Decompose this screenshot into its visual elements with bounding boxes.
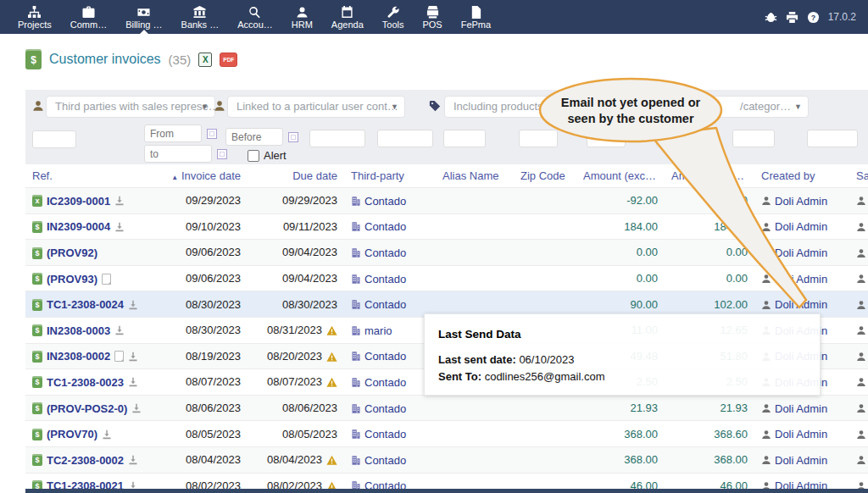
invoice-ref-link[interactable]: TC1-2308-0023 xyxy=(47,376,124,389)
filter-alias-input[interactable] xyxy=(377,130,433,147)
created-by-link[interactable]: Doli Admin xyxy=(775,298,827,311)
nav-item-accountancy[interactable]: Accou… xyxy=(228,0,282,34)
invoice-ref-link[interactable]: TC2-2308-0002 xyxy=(47,454,124,467)
invoice-ref-link[interactable]: IN2308-0003 xyxy=(47,324,110,337)
third-party-link[interactable]: Contado xyxy=(364,376,406,389)
column-header-zip[interactable]: Zip Code xyxy=(514,164,576,188)
invoice-ref-link[interactable]: (PROV70) xyxy=(47,428,97,440)
calendar-icon[interactable] xyxy=(217,149,227,159)
created-by-link[interactable]: Doli Admin xyxy=(775,273,827,285)
third-party-link[interactable]: Contado xyxy=(364,454,406,467)
nav-item-pos[interactable]: POS xyxy=(413,0,451,34)
note-icon[interactable] xyxy=(114,351,124,362)
print-icon[interactable] xyxy=(786,11,798,24)
due-date: 08/06/2023 xyxy=(282,402,337,414)
download-icon[interactable] xyxy=(102,429,112,440)
invoice-row[interactable]: $(PROV-POS2-0)08/06/202308/06/2023Contad… xyxy=(25,395,868,421)
products-filter-select[interactable]: Including products/ser… xyxy=(444,96,614,118)
third-party-filter-select[interactable]: Third parties with sales represe…▼ xyxy=(46,96,215,118)
filter-ref-input[interactable] xyxy=(32,130,76,148)
filter-amount-excl-input[interactable] xyxy=(519,130,558,147)
third-party-link[interactable]: Contado xyxy=(364,273,406,285)
invoice-ref-link[interactable]: IC2309-0001 xyxy=(47,195,110,208)
download-icon[interactable] xyxy=(114,222,125,232)
note-icon[interactable] xyxy=(102,274,111,285)
download-icon[interactable] xyxy=(128,377,138,387)
invoice-ref-link[interactable]: TC1-2308-0024 xyxy=(47,298,124,311)
cell-sales_rep: demo xyxy=(849,213,868,240)
nav-item-fepma[interactable]: FePma xyxy=(452,0,500,34)
created-by-link[interactable]: Doli Admin xyxy=(775,195,827,208)
pos-icon xyxy=(426,6,439,19)
column-header-third_party[interactable]: Third-party xyxy=(344,164,436,188)
filter-third-party-input[interactable] xyxy=(309,130,365,147)
invoice-row[interactable]: $(PROV70)08/05/202308/05/2023Contado368.… xyxy=(25,421,868,447)
third-party-link[interactable]: Contado xyxy=(364,402,406,415)
column-header-sales_rep[interactable]: Sales repres… xyxy=(849,164,868,188)
download-icon[interactable] xyxy=(114,325,125,335)
invoice-row[interactable]: $(PROV92)09/06/202309/04/2023Contado0.00… xyxy=(25,240,868,266)
filter-sales-rep-input[interactable] xyxy=(732,130,775,147)
third-party-link[interactable]: Contado xyxy=(364,246,406,259)
column-header-alias[interactable]: Alias Name xyxy=(436,164,514,188)
nav-item-commerce[interactable]: Comm… xyxy=(61,0,116,34)
invoice-row[interactable]: $TC2-2308-000208/04/202308/04/2023Contad… xyxy=(25,446,868,473)
export-pdf-icon[interactable]: PDF xyxy=(220,53,237,67)
filter-date-before-input[interactable] xyxy=(225,128,283,146)
calendar-icon[interactable] xyxy=(207,129,217,139)
nav-item-hrm[interactable]: HRM xyxy=(282,0,322,34)
invoice-ref-link[interactable]: (PROV93) xyxy=(47,273,97,285)
created-by-link[interactable]: Doli Admin xyxy=(775,428,827,440)
nav-item-projects[interactable]: Projects xyxy=(8,0,61,34)
category-filter-select[interactable]: /categor…▼ xyxy=(670,96,809,118)
export-excel-icon[interactable]: X xyxy=(198,53,212,67)
invoice-ref-link[interactable]: IN2308-0002 xyxy=(47,350,110,363)
calendar-icon[interactable] xyxy=(288,132,298,142)
nav-item-billing[interactable]: Billing … xyxy=(116,0,171,34)
column-header-amount_incl[interactable]: Amount (inc.… xyxy=(665,164,754,188)
column-header-ref[interactable]: Ref. xyxy=(25,164,153,188)
created-by-link[interactable]: Doli Admin xyxy=(775,246,827,259)
nav-item-banks[interactable]: Banks … xyxy=(172,0,229,34)
download-icon[interactable] xyxy=(128,455,138,465)
invoice-row[interactable]: $(PROV93)09/06/202309/04/2023Contado0.00… xyxy=(25,265,868,291)
amount-incl: 368.60 xyxy=(714,428,748,440)
filter-date-to-input[interactable] xyxy=(144,145,212,163)
user-contact-filter-select[interactable]: Linked to a particular user cont…▼ xyxy=(227,96,405,118)
column-header-created_by[interactable]: Created by xyxy=(754,164,849,188)
created-by-link[interactable]: Doli Admin xyxy=(775,454,827,467)
filter-zip-input[interactable] xyxy=(443,130,486,147)
column-header-invoice_date[interactable]: ▲ Invoice date xyxy=(153,164,248,188)
download-icon[interactable] xyxy=(128,300,138,310)
invoice-row[interactable]: xIC2309-000109/29/202309/29/2023Contado-… xyxy=(25,188,868,214)
filter-amount-incl-input[interactable] xyxy=(587,130,626,147)
nav-item-agenda[interactable]: Agenda xyxy=(322,0,373,34)
filter-date-from-input[interactable] xyxy=(144,125,202,142)
cell-sales_rep: demo xyxy=(849,240,868,266)
filter-created-by-input[interactable] xyxy=(656,130,698,147)
download-icon[interactable] xyxy=(114,196,125,206)
nav-item-tools[interactable]: Tools xyxy=(373,0,414,34)
created-by-link[interactable]: Doli Admin xyxy=(775,402,827,415)
bug-icon[interactable] xyxy=(765,11,777,24)
invoice-ref-link[interactable]: (PROV92) xyxy=(47,246,97,259)
column-header-due_date[interactable]: Due date xyxy=(248,164,344,188)
download-icon[interactable] xyxy=(128,352,138,362)
download-icon[interactable] xyxy=(131,403,142,413)
column-header-amount_excl[interactable]: Amount (exc… xyxy=(576,164,665,188)
third-party-link[interactable]: Contado xyxy=(364,195,406,208)
created-by-link[interactable]: Doli Admin xyxy=(775,220,827,233)
alert-checkbox[interactable] xyxy=(248,150,259,162)
invoice-ref-link[interactable]: IN2309-0004 xyxy=(47,220,110,233)
user-icon xyxy=(856,455,866,465)
commerce-icon xyxy=(82,6,95,19)
filter-tracking-input[interactable] xyxy=(807,130,858,147)
third-party-link[interactable]: Contado xyxy=(364,350,406,363)
third-party-link[interactable]: Contado xyxy=(364,428,406,440)
invoice-ref-link[interactable]: (PROV-POS2-0) xyxy=(47,402,127,415)
third-party-link[interactable]: Contado xyxy=(364,298,406,311)
invoice-row[interactable]: $IN2309-000409/10/202309/11/2023Contado1… xyxy=(25,213,868,240)
third-party-link[interactable]: Contado xyxy=(364,220,406,233)
third-party-link[interactable]: mario xyxy=(364,324,392,337)
help-icon[interactable] xyxy=(807,11,820,24)
